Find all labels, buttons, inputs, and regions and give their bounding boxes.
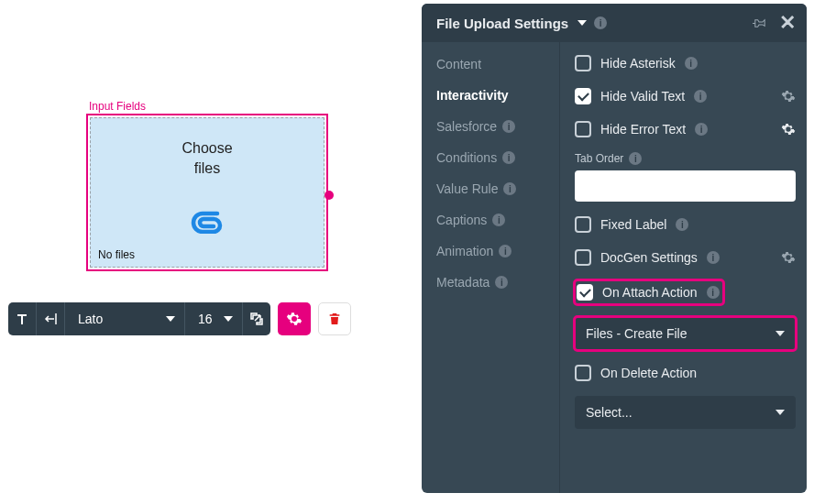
gear-icon[interactable]: [781, 122, 796, 137]
chevron-down-icon: [776, 410, 785, 415]
info-icon[interactable]: i: [629, 152, 642, 165]
font-size-select[interactable]: 16: [185, 302, 242, 335]
settings-panel: File Upload Settings i ✕ ContentInteract…: [422, 4, 807, 493]
settings-button[interactable]: [278, 302, 311, 335]
font-size-value: 16: [198, 312, 213, 326]
settings-body: Hide Asterisk i Hide Valid Text i Hide E…: [559, 42, 807, 493]
pin-icon[interactable]: [750, 13, 770, 33]
checkbox-docgen[interactable]: [575, 249, 591, 266]
open-external-button[interactable]: [243, 302, 270, 335]
tab-salesforce[interactable]: Salesforcei: [436, 119, 559, 134]
tab-captions[interactable]: Captionsi: [436, 213, 559, 227]
attachment-icon: [190, 208, 225, 234]
chevron-down-icon[interactable]: [578, 20, 587, 26]
tab-label: Animation: [436, 244, 493, 258]
label-on-delete: On Delete Action: [600, 366, 697, 380]
info-icon[interactable]: i: [707, 251, 720, 264]
checkbox-fixed-label[interactable]: [575, 216, 591, 233]
checkbox-hide-valid[interactable]: [575, 88, 591, 104]
select-attach-value: Files - Create File: [586, 326, 687, 341]
info-icon[interactable]: i: [503, 182, 516, 195]
gear-icon: [286, 311, 302, 327]
info-icon[interactable]: i: [694, 90, 707, 103]
label-hide-valid: Hide Valid Text: [600, 89, 685, 104]
chevron-down-icon: [776, 331, 785, 336]
row-docgen: DocGen Settings i: [575, 247, 796, 268]
label-tab-order-text: Tab Order: [575, 152, 623, 165]
row-hide-asterisk: Hide Asterisk i: [575, 53, 796, 73]
font-select-value: Lato: [78, 312, 103, 326]
tab-conditions[interactable]: Conditionsi: [436, 150, 559, 165]
close-icon[interactable]: ✕: [777, 13, 798, 33]
panel-title: File Upload Settings: [436, 16, 568, 31]
tab-content[interactable]: Content: [436, 57, 559, 71]
gear-icon[interactable]: [781, 89, 796, 104]
trash-icon: [327, 312, 342, 326]
row-on-attach: On Attach Action i: [577, 282, 720, 302]
row-hide-error: Hide Error Text i: [575, 119, 796, 139]
tab-label: Value Rule: [436, 181, 498, 196]
select-delete-value: Select...: [586, 405, 632, 420]
tab-label: Content: [436, 57, 481, 71]
choose-line2: files: [91, 159, 324, 179]
checkbox-hide-error[interactable]: [575, 121, 591, 137]
no-files-label: No files: [98, 248, 135, 261]
choose-files-label: Choose files: [91, 138, 324, 178]
info-icon[interactable]: i: [495, 276, 508, 289]
info-icon[interactable]: i: [707, 286, 720, 299]
tab-value-rule[interactable]: Value Rulei: [436, 181, 559, 196]
label-hide-asterisk: Hide Asterisk: [600, 56, 676, 71]
info-icon[interactable]: i: [502, 151, 515, 164]
checkbox-on-attach[interactable]: [577, 284, 593, 301]
highlight-on-attach: On Attach Action i: [575, 280, 723, 304]
info-icon[interactable]: i: [695, 123, 708, 136]
gear-icon[interactable]: [781, 250, 796, 265]
tab-label: Interactivity: [436, 88, 509, 103]
tab-label: Captions: [436, 213, 487, 227]
info-icon[interactable]: i: [502, 120, 515, 133]
canvas-area: Input Fields Choose files No files: [0, 0, 412, 504]
info-icon[interactable]: i: [685, 57, 698, 70]
label-on-attach: On Attach Action: [602, 285, 698, 300]
info-icon[interactable]: i: [676, 218, 688, 231]
label-fixed-label: Fixed Label: [600, 217, 666, 232]
resize-handle[interactable]: [324, 191, 334, 200]
checkbox-on-delete[interactable]: [575, 365, 591, 381]
label-hide-error: Hide Error Text: [600, 122, 686, 137]
info-icon[interactable]: i: [499, 245, 512, 257]
tab-animation[interactable]: Animationi: [436, 244, 559, 258]
tab-order-section: Tab Order i: [575, 152, 796, 202]
tab-label: Salesforce: [436, 119, 497, 134]
info-icon[interactable]: i: [492, 214, 505, 226]
text-tool-button[interactable]: [8, 302, 36, 335]
checkbox-hide-asterisk[interactable]: [575, 55, 591, 71]
tab-interactivity[interactable]: Interactivity: [436, 88, 559, 103]
chevron-down-icon: [224, 316, 233, 322]
row-hide-valid: Hide Valid Text i: [575, 86, 796, 106]
label-tab-order: Tab Order i: [575, 152, 796, 165]
select-delete-action[interactable]: Select...: [575, 396, 796, 429]
component-label: Input Fields: [89, 100, 146, 113]
tab-label: Conditions: [436, 150, 497, 165]
file-upload-component[interactable]: Choose files No files: [90, 117, 324, 268]
tabs-list: ContentInteractivitySalesforceiCondition…: [422, 42, 559, 493]
info-icon[interactable]: i: [594, 16, 607, 29]
select-attach-action[interactable]: Files - Create File: [575, 317, 796, 350]
align-left-button[interactable]: [37, 302, 64, 335]
row-fixed-label: Fixed Label i: [575, 214, 796, 235]
label-docgen: DocGen Settings: [600, 250, 698, 265]
toolbar-dark-group: Lato 16: [8, 302, 270, 335]
panel-header: File Upload Settings i ✕: [422, 4, 807, 42]
row-on-delete: On Delete Action: [575, 363, 796, 383]
delete-button[interactable]: [318, 302, 351, 335]
tab-metadata[interactable]: Metadatai: [436, 275, 559, 290]
choose-line1: Choose: [91, 138, 324, 159]
input-tab-order[interactable]: [575, 170, 796, 202]
tab-label: Metadata: [436, 275, 490, 290]
format-toolbar: Lato 16: [8, 302, 351, 335]
font-select[interactable]: Lato: [65, 302, 184, 335]
chevron-down-icon: [166, 316, 175, 322]
